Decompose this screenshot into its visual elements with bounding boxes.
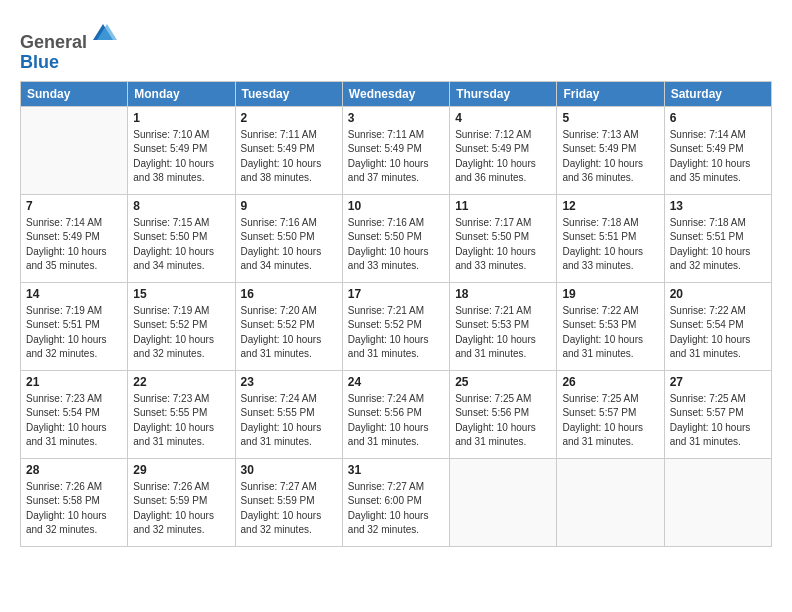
day-number: 19 xyxy=(562,287,658,301)
day-info: Sunrise: 7:12 AM Sunset: 5:49 PM Dayligh… xyxy=(455,128,551,186)
day-number: 3 xyxy=(348,111,444,125)
day-info: Sunrise: 7:21 AM Sunset: 5:52 PM Dayligh… xyxy=(348,304,444,362)
calendar-cell: 4Sunrise: 7:12 AM Sunset: 5:49 PM Daylig… xyxy=(450,106,557,194)
calendar-cell: 25Sunrise: 7:25 AM Sunset: 5:56 PM Dayli… xyxy=(450,370,557,458)
day-number: 18 xyxy=(455,287,551,301)
day-number: 16 xyxy=(241,287,337,301)
day-number: 8 xyxy=(133,199,229,213)
calendar-cell: 18Sunrise: 7:21 AM Sunset: 5:53 PM Dayli… xyxy=(450,282,557,370)
day-number: 1 xyxy=(133,111,229,125)
day-number: 23 xyxy=(241,375,337,389)
calendar-cell: 23Sunrise: 7:24 AM Sunset: 5:55 PM Dayli… xyxy=(235,370,342,458)
calendar-cell: 2Sunrise: 7:11 AM Sunset: 5:49 PM Daylig… xyxy=(235,106,342,194)
day-number: 26 xyxy=(562,375,658,389)
week-row-3: 14Sunrise: 7:19 AM Sunset: 5:51 PM Dayli… xyxy=(21,282,772,370)
day-info: Sunrise: 7:20 AM Sunset: 5:52 PM Dayligh… xyxy=(241,304,337,362)
day-number: 30 xyxy=(241,463,337,477)
calendar-cell: 24Sunrise: 7:24 AM Sunset: 5:56 PM Dayli… xyxy=(342,370,449,458)
day-info: Sunrise: 7:23 AM Sunset: 5:55 PM Dayligh… xyxy=(133,392,229,450)
calendar-cell: 29Sunrise: 7:26 AM Sunset: 5:59 PM Dayli… xyxy=(128,458,235,546)
day-info: Sunrise: 7:25 AM Sunset: 5:56 PM Dayligh… xyxy=(455,392,551,450)
day-info: Sunrise: 7:15 AM Sunset: 5:50 PM Dayligh… xyxy=(133,216,229,274)
logo-icon xyxy=(89,20,117,48)
logo-blue: Blue xyxy=(20,52,59,72)
col-header-thursday: Thursday xyxy=(450,81,557,106)
day-number: 9 xyxy=(241,199,337,213)
day-number: 28 xyxy=(26,463,122,477)
day-number: 24 xyxy=(348,375,444,389)
col-header-wednesday: Wednesday xyxy=(342,81,449,106)
day-number: 4 xyxy=(455,111,551,125)
calendar-cell: 5Sunrise: 7:13 AM Sunset: 5:49 PM Daylig… xyxy=(557,106,664,194)
week-row-2: 7Sunrise: 7:14 AM Sunset: 5:49 PM Daylig… xyxy=(21,194,772,282)
day-info: Sunrise: 7:24 AM Sunset: 5:55 PM Dayligh… xyxy=(241,392,337,450)
day-number: 2 xyxy=(241,111,337,125)
calendar-cell: 19Sunrise: 7:22 AM Sunset: 5:53 PM Dayli… xyxy=(557,282,664,370)
day-number: 5 xyxy=(562,111,658,125)
calendar-cell: 20Sunrise: 7:22 AM Sunset: 5:54 PM Dayli… xyxy=(664,282,771,370)
day-number: 31 xyxy=(348,463,444,477)
calendar-cell: 14Sunrise: 7:19 AM Sunset: 5:51 PM Dayli… xyxy=(21,282,128,370)
day-number: 17 xyxy=(348,287,444,301)
day-info: Sunrise: 7:27 AM Sunset: 5:59 PM Dayligh… xyxy=(241,480,337,538)
calendar-cell: 11Sunrise: 7:17 AM Sunset: 5:50 PM Dayli… xyxy=(450,194,557,282)
calendar-cell: 13Sunrise: 7:18 AM Sunset: 5:51 PM Dayli… xyxy=(664,194,771,282)
day-info: Sunrise: 7:19 AM Sunset: 5:52 PM Dayligh… xyxy=(133,304,229,362)
day-info: Sunrise: 7:25 AM Sunset: 5:57 PM Dayligh… xyxy=(562,392,658,450)
day-info: Sunrise: 7:11 AM Sunset: 5:49 PM Dayligh… xyxy=(348,128,444,186)
day-number: 14 xyxy=(26,287,122,301)
day-info: Sunrise: 7:23 AM Sunset: 5:54 PM Dayligh… xyxy=(26,392,122,450)
day-info: Sunrise: 7:18 AM Sunset: 5:51 PM Dayligh… xyxy=(670,216,766,274)
day-number: 13 xyxy=(670,199,766,213)
day-number: 22 xyxy=(133,375,229,389)
day-info: Sunrise: 7:11 AM Sunset: 5:49 PM Dayligh… xyxy=(241,128,337,186)
day-number: 21 xyxy=(26,375,122,389)
calendar-cell: 10Sunrise: 7:16 AM Sunset: 5:50 PM Dayli… xyxy=(342,194,449,282)
logo-general: General xyxy=(20,32,87,52)
day-number: 29 xyxy=(133,463,229,477)
col-header-tuesday: Tuesday xyxy=(235,81,342,106)
day-info: Sunrise: 7:16 AM Sunset: 5:50 PM Dayligh… xyxy=(241,216,337,274)
calendar-cell xyxy=(450,458,557,546)
day-info: Sunrise: 7:10 AM Sunset: 5:49 PM Dayligh… xyxy=(133,128,229,186)
calendar-cell: 22Sunrise: 7:23 AM Sunset: 5:55 PM Dayli… xyxy=(128,370,235,458)
day-number: 12 xyxy=(562,199,658,213)
day-number: 11 xyxy=(455,199,551,213)
calendar-cell: 7Sunrise: 7:14 AM Sunset: 5:49 PM Daylig… xyxy=(21,194,128,282)
day-info: Sunrise: 7:16 AM Sunset: 5:50 PM Dayligh… xyxy=(348,216,444,274)
calendar-header-row: SundayMondayTuesdayWednesdayThursdayFrid… xyxy=(21,81,772,106)
calendar-cell: 12Sunrise: 7:18 AM Sunset: 5:51 PM Dayli… xyxy=(557,194,664,282)
calendar-table: SundayMondayTuesdayWednesdayThursdayFrid… xyxy=(20,81,772,547)
calendar-cell: 27Sunrise: 7:25 AM Sunset: 5:57 PM Dayli… xyxy=(664,370,771,458)
calendar-cell: 30Sunrise: 7:27 AM Sunset: 5:59 PM Dayli… xyxy=(235,458,342,546)
day-number: 10 xyxy=(348,199,444,213)
calendar-cell: 26Sunrise: 7:25 AM Sunset: 5:57 PM Dayli… xyxy=(557,370,664,458)
day-info: Sunrise: 7:19 AM Sunset: 5:51 PM Dayligh… xyxy=(26,304,122,362)
calendar-cell: 31Sunrise: 7:27 AM Sunset: 6:00 PM Dayli… xyxy=(342,458,449,546)
day-info: Sunrise: 7:26 AM Sunset: 5:59 PM Dayligh… xyxy=(133,480,229,538)
day-number: 6 xyxy=(670,111,766,125)
calendar-cell xyxy=(664,458,771,546)
calendar-cell: 15Sunrise: 7:19 AM Sunset: 5:52 PM Dayli… xyxy=(128,282,235,370)
week-row-5: 28Sunrise: 7:26 AM Sunset: 5:58 PM Dayli… xyxy=(21,458,772,546)
calendar-cell: 16Sunrise: 7:20 AM Sunset: 5:52 PM Dayli… xyxy=(235,282,342,370)
col-header-monday: Monday xyxy=(128,81,235,106)
day-info: Sunrise: 7:26 AM Sunset: 5:58 PM Dayligh… xyxy=(26,480,122,538)
day-info: Sunrise: 7:14 AM Sunset: 5:49 PM Dayligh… xyxy=(26,216,122,274)
col-header-saturday: Saturday xyxy=(664,81,771,106)
day-info: Sunrise: 7:27 AM Sunset: 6:00 PM Dayligh… xyxy=(348,480,444,538)
page-header: General Blue xyxy=(20,16,772,73)
calendar-cell: 28Sunrise: 7:26 AM Sunset: 5:58 PM Dayli… xyxy=(21,458,128,546)
logo: General Blue xyxy=(20,20,117,73)
calendar-cell: 21Sunrise: 7:23 AM Sunset: 5:54 PM Dayli… xyxy=(21,370,128,458)
day-number: 20 xyxy=(670,287,766,301)
calendar-cell: 9Sunrise: 7:16 AM Sunset: 5:50 PM Daylig… xyxy=(235,194,342,282)
calendar-cell xyxy=(557,458,664,546)
day-info: Sunrise: 7:18 AM Sunset: 5:51 PM Dayligh… xyxy=(562,216,658,274)
week-row-1: 1Sunrise: 7:10 AM Sunset: 5:49 PM Daylig… xyxy=(21,106,772,194)
col-header-sunday: Sunday xyxy=(21,81,128,106)
day-number: 15 xyxy=(133,287,229,301)
day-info: Sunrise: 7:22 AM Sunset: 5:53 PM Dayligh… xyxy=(562,304,658,362)
calendar-cell: 3Sunrise: 7:11 AM Sunset: 5:49 PM Daylig… xyxy=(342,106,449,194)
col-header-friday: Friday xyxy=(557,81,664,106)
